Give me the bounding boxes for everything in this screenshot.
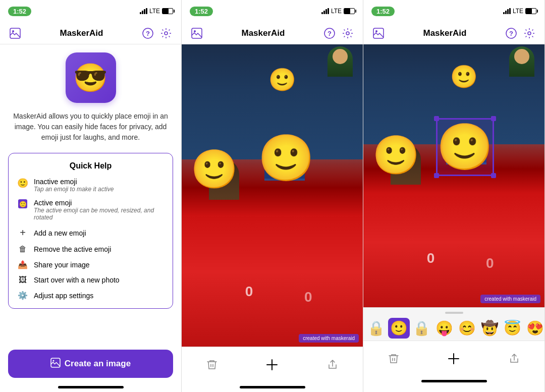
help-remove-emoji: 🗑 Remove the active emoji — [17, 245, 165, 254]
add-emoji-text: Add a new emoji — [34, 229, 86, 237]
emoji-top-center[interactable]: 🙂 — [268, 69, 296, 91]
nav-bar-1: MaskerAid ? — [0, 22, 181, 44]
battery-icon-3 — [525, 8, 536, 14]
picker-emoji-lock-1[interactable]: 🔒 — [365, 318, 387, 339]
share-button-2[interactable] — [321, 354, 344, 376]
signal-bar — [507, 9, 509, 14]
share-image-text: Share your image — [34, 261, 90, 269]
svg-text:?: ? — [509, 30, 513, 37]
active-emoji-label: Active emoji — [34, 199, 165, 207]
photo-background-2: 0 0 🙂 🙂 🙂 created with maskeraid — [182, 44, 363, 347]
active-emoji-sublabel: The active emoji can be moved, resized, … — [34, 207, 165, 221]
signal-bars-2 — [321, 8, 329, 14]
help-icon-2[interactable]: ? — [322, 26, 337, 40]
signal-bar — [328, 8, 329, 14]
status-icons-3: LTE — [503, 8, 536, 15]
home-indicator-3 — [363, 376, 544, 386]
image-nav-icon-1[interactable] — [8, 26, 22, 40]
nav-title-2: MaskerAid — [242, 28, 285, 38]
status-time-2: 1:52 — [190, 7, 213, 16]
active-emoji-container[interactable]: 🙂 — [436, 118, 494, 176]
help-item-active: 🙂 Active emoji The active emoji can be m… — [17, 199, 165, 221]
svg-point-10 — [194, 30, 196, 32]
quick-help-title: Quick Help — [17, 161, 165, 171]
nav-bar-2: MaskerAid ? — [182, 22, 363, 44]
nav-right-icons-1: ? — [141, 26, 173, 40]
bottom-bar-3 — [363, 341, 544, 376]
signal-bar — [503, 12, 505, 14]
picker-emoji-tongue[interactable]: 😛 — [433, 318, 455, 339]
screen1-content: 😎 MaskerAid allows you to quickly place … — [0, 44, 181, 346]
home-bar-1 — [58, 386, 124, 388]
add-emoji-button-2[interactable] — [261, 354, 283, 376]
status-bar-1: 1:52 LTE — [0, 0, 181, 22]
settings-icon-3[interactable] — [522, 26, 536, 40]
home-indicator-1 — [0, 382, 181, 392]
help-icon-3[interactable]: ? — [504, 26, 518, 40]
picker-emoji-lock-2[interactable]: 🔒 — [411, 318, 432, 339]
signal-bar — [323, 11, 325, 14]
inactive-emoji-text: Inactive emoji Tap an emoji to make it a… — [34, 178, 165, 193]
svg-point-13 — [346, 32, 349, 35]
nav-title-1: MaskerAid — [60, 28, 103, 38]
signal-bar — [144, 9, 145, 14]
help-icon-1[interactable]: ? — [141, 26, 155, 40]
screen-2: 1:52 LTE MaskerAid ? — [182, 0, 363, 392]
picker-emoji-smile[interactable]: 😊 — [456, 318, 478, 339]
signal-bars-1 — [140, 8, 147, 14]
create-image-button[interactable]: Create an image — [8, 350, 173, 378]
home-bar-3 — [421, 380, 487, 382]
add-emoji-button-3[interactable] — [443, 348, 465, 370]
screen-3: 1:52 LTE MaskerAid ? — [363, 0, 545, 392]
image-nav-icon-2[interactable] — [190, 26, 204, 40]
emoji-left-face[interactable]: 🙂 — [191, 150, 238, 188]
emoji-top-3[interactable]: 🙂 — [450, 66, 478, 88]
help-item-inactive: 🙂 Inactive emoji Tap an emoji to make it… — [17, 178, 165, 193]
signal-bar — [142, 11, 143, 14]
emoji-picker-3[interactable]: 🔒 🙂 🔒 😛 😊 🤠 😇 😍 🔒 😝 — [363, 307, 544, 341]
picker-emoji-smiley[interactable]: 🙂 — [388, 318, 410, 339]
home-indicator-2 — [182, 382, 363, 392]
photo-area-3[interactable]: 0 0 🙂 🙂 🙂 created with maskeraid — [363, 44, 544, 307]
svg-point-15 — [375, 30, 377, 32]
settings-icon-2[interactable] — [341, 26, 355, 40]
image-nav-icon-3[interactable] — [371, 26, 386, 40]
app-icon: 😎 — [66, 52, 116, 103]
settings-help-text: Adjust app settings — [34, 292, 93, 300]
emoji-left-face-3[interactable]: 🙂 — [372, 136, 420, 174]
screen-1: 1:52 LTE MaskerAid ? — [0, 0, 182, 392]
signal-bar — [146, 8, 147, 14]
share-image-icon: 📤 — [17, 260, 29, 269]
delete-button-2[interactable] — [201, 354, 223, 376]
help-new-photo: 🖼 Start over with a new photo — [17, 275, 165, 285]
share-button-3[interactable] — [503, 348, 525, 370]
delete-button-3[interactable] — [383, 348, 405, 370]
nav-title-3: MaskerAid — [423, 28, 467, 38]
photo-area-2[interactable]: 0 0 🙂 🙂 🙂 created with maskeraid — [182, 44, 363, 347]
settings-icon-1[interactable] — [159, 26, 173, 40]
lte-label-1: LTE — [149, 8, 160, 15]
quick-help-box: Quick Help 🙂 Inactive emoji Tap an emoji… — [8, 153, 173, 309]
create-btn-icon — [50, 358, 61, 370]
signal-bar — [321, 12, 323, 14]
picker-emoji-heart-eyes[interactable]: 😍 — [524, 318, 545, 339]
remove-emoji-icon: 🗑 — [17, 245, 29, 254]
nav-bar-3: MaskerAid ? — [363, 22, 544, 44]
svg-text:?: ? — [146, 30, 150, 37]
signal-bar — [509, 8, 511, 14]
add-emoji-icon: + — [17, 227, 29, 239]
inactive-emoji-icon: 🙂 — [17, 178, 29, 189]
picker-emoji-cowboy[interactable]: 🤠 — [479, 318, 501, 339]
svg-text:?: ? — [328, 30, 332, 37]
emoji-picker-row: 🔒 🙂 🔒 😛 😊 🤠 😇 😍 🔒 😝 — [365, 318, 542, 339]
nav-right-icons-2: ? — [322, 26, 355, 40]
svg-point-1 — [12, 30, 14, 32]
new-photo-icon: 🖼 — [17, 275, 29, 285]
signal-bars-3 — [503, 8, 511, 14]
svg-point-8 — [52, 360, 54, 361]
svg-point-18 — [528, 32, 531, 35]
battery-icon-1 — [162, 8, 173, 14]
picker-emoji-halo[interactable]: 😇 — [502, 318, 523, 339]
active-emoji-face-3[interactable]: 🙂 — [437, 121, 493, 174]
emoji-center-face[interactable]: 🙂 — [258, 135, 314, 181]
